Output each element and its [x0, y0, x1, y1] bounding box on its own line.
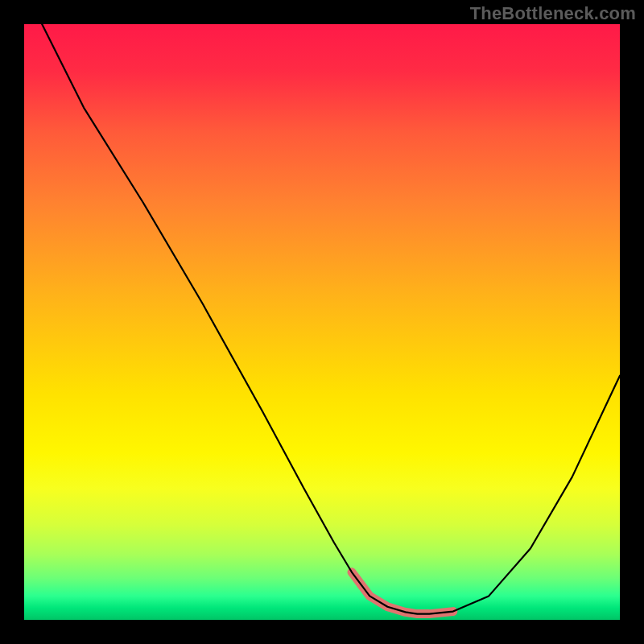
curve-line [24, 24, 620, 614]
chart-frame: TheBottleneck.com [0, 0, 644, 644]
watermark-text: TheBottleneck.com [470, 3, 636, 24]
plot-area [24, 24, 620, 620]
bottleneck-curve [24, 24, 620, 620]
